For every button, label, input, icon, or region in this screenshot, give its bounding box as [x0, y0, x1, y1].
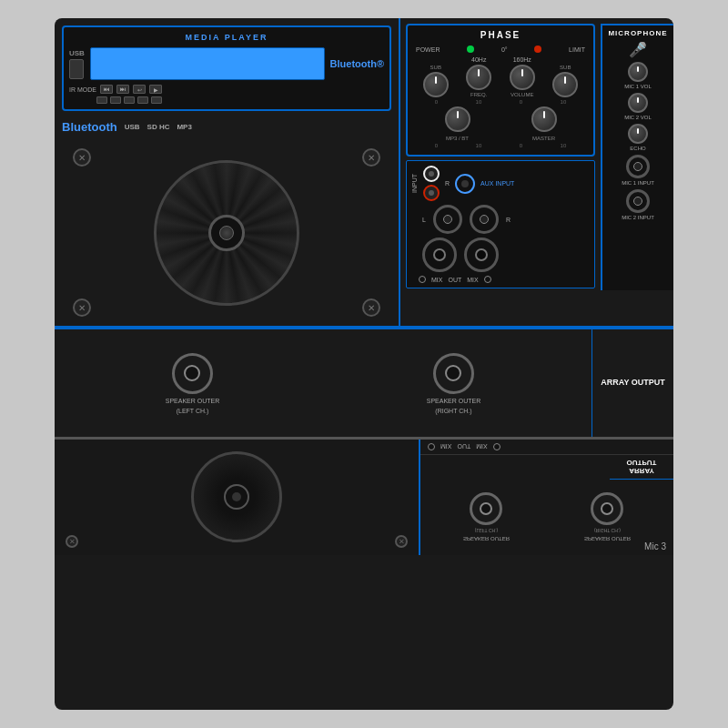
rca-r-jack[interactable] — [423, 185, 440, 201]
master-label: MASTER — [532, 136, 555, 141]
reflected-fan-center — [224, 485, 249, 511]
speaker-outer-left: SPEAKER OUTER (LEFT CH.) — [166, 353, 220, 414]
echo-knob[interactable] — [628, 124, 648, 144]
ctrl-dot-2[interactable] — [110, 96, 121, 104]
phase180-group: 40Hz FREQ. — [466, 56, 491, 97]
mic2-vol-label: MIC 2 VOL — [624, 115, 652, 120]
speaker-port-right[interactable] — [433, 353, 474, 394]
reflected-left: ✕ ✕ — [55, 440, 419, 555]
reflected-speaker-left-label: SPEAKER OUTER — [463, 537, 510, 542]
rca-l-inner — [429, 171, 434, 177]
usb-icon-label: USB — [125, 123, 140, 131]
reflected-mix-dot-r — [493, 443, 500, 450]
ctrl-dot-4[interactable] — [137, 96, 148, 104]
mic2-input-inner — [633, 197, 642, 206]
power-indicator — [467, 46, 474, 53]
pa-speaker-device: MEDIA PLAYER USB Bluetooth® IR MODE ⏮ ⏭ — [55, 18, 673, 710]
xlr-l-jack[interactable] — [422, 238, 457, 272]
screw-bl: ✕ — [73, 298, 91, 317]
l-label: L — [422, 217, 426, 223]
right-section: PHASE POWER 0° LIMIT — [400, 18, 673, 326]
mix-dot-l — [419, 276, 426, 283]
mic1-input-jack[interactable] — [626, 155, 650, 178]
aux-inner — [461, 180, 469, 187]
mic2-vol-group: MIC 2 VOL — [624, 93, 652, 120]
mp3bt-knob[interactable] — [445, 106, 470, 132]
bluetooth-label: Bluetooth® — [330, 58, 384, 69]
ctrl-dot-3[interactable] — [124, 96, 135, 104]
mic1-input-group: MIC 1 INPUT — [622, 155, 654, 186]
mic2-input-jack[interactable] — [626, 189, 650, 213]
connectivity-row: Bluetooth USB SD HC MP3 — [55, 115, 399, 139]
next-btn[interactable]: ⏭ — [116, 85, 129, 94]
scale-0-right: 0 — [520, 99, 522, 105]
speaker-port-left[interactable] — [172, 353, 213, 394]
media-player-section: MEDIA PLAYER USB Bluetooth® IR MODE ⏮ ⏭ — [62, 25, 391, 111]
mix-dot-r — [484, 276, 491, 283]
master-knob[interactable] — [531, 106, 557, 132]
scale-row-2: 0 10 0 10 — [412, 143, 589, 150]
mic2-vol-knob[interactable] — [628, 93, 648, 113]
prev-btn[interactable]: ⏮ — [100, 85, 113, 94]
ctrl-dot-5[interactable] — [151, 96, 162, 104]
mic2-input-group: MIC 2 INPUT — [622, 189, 654, 220]
reflected-speaker-right-ch: (RIGHT CH.) — [594, 529, 621, 534]
reflected-port-right[interactable] — [591, 493, 623, 526]
scale-10-mp3: 10 — [476, 143, 482, 148]
top-panel: MEDIA PLAYER USB Bluetooth® IR MODE ⏮ ⏭ — [55, 18, 673, 328]
trs-row: L R — [411, 205, 590, 234]
speaker-outer-left-label: SPEAKER OUTER — [166, 398, 220, 404]
scale-0-master: 0 — [520, 143, 522, 148]
echo-group: ECHO — [628, 124, 648, 151]
limit-indicator — [534, 46, 541, 53]
reflected-port-left-inner — [480, 503, 492, 516]
sub-label-left: SUB — [430, 65, 441, 70]
input-section: INPUT R — [406, 160, 595, 288]
out-label: OUT — [448, 277, 461, 283]
trs-r-inner — [480, 215, 489, 224]
microphone-section: MICROPHONE 🎤 MIC 1 VOL MIC 2 VOL — [601, 24, 673, 290]
reflected-port-left[interactable] — [470, 493, 502, 526]
media-player-title: MEDIA PLAYER — [69, 33, 384, 42]
reflected-fan — [191, 452, 282, 543]
usb-port[interactable] — [69, 59, 84, 79]
sub-knob-left[interactable] — [423, 72, 449, 97]
sd-icon-label: SD HC — [147, 123, 170, 131]
trs-r-jack[interactable] — [470, 205, 499, 234]
vol-knob[interactable] — [510, 65, 535, 90]
usb-label: USB — [69, 49, 85, 57]
r-label-2: R — [506, 217, 511, 223]
play-btn[interactable]: ▶ — [149, 85, 162, 94]
reflected-mix-row: MIX OUT MIX — [420, 440, 673, 455]
xlr-r-jack[interactable] — [464, 238, 499, 272]
speaker-outer-right-sub: (RIGHT CH.) — [435, 408, 471, 414]
r-label: R — [445, 180, 450, 187]
ctrl-dot-1[interactable] — [96, 96, 107, 104]
reflected-screw-tl: ✕ — [66, 535, 78, 548]
bluetooth-icon-label: Bluetooth — [62, 120, 117, 134]
freq-knob[interactable] — [466, 65, 491, 90]
sub-label-right: SUB — [560, 65, 571, 70]
mic3-label: Mic 3 — [644, 541, 666, 551]
mic1-vol-knob[interactable] — [628, 62, 648, 82]
reflected-screw-tr: ✕ — [395, 535, 408, 548]
trs-l-jack[interactable] — [433, 205, 462, 234]
cooling-fan — [154, 160, 299, 306]
reflected-array-text: ARRAY OUTPUT — [613, 459, 670, 475]
mic2-input-label: MIC 2 INPUT — [622, 215, 654, 220]
input-label: INPUT — [411, 174, 418, 193]
ir-label: IR — [69, 86, 76, 93]
reflected-mix-label-2: MIX — [476, 444, 487, 450]
reflected-content: ✕ ✕ SPEAKER OUTER (LEFT CH.) — [55, 440, 673, 555]
rca-r-inner — [429, 190, 434, 196]
mode-label: MODE — [77, 86, 96, 93]
sub-knob-right[interactable] — [552, 72, 578, 97]
repeat-btn[interactable]: ↩ — [133, 85, 146, 94]
reflected-mix-dot-l — [428, 443, 435, 450]
aux-jack[interactable] — [455, 174, 475, 194]
sub-knob-left-group: SUB — [423, 65, 449, 97]
hz40-label: 40Hz — [471, 56, 486, 63]
rca-l-jack[interactable] — [423, 166, 440, 182]
mix-label: MIX — [431, 277, 442, 283]
speaker-outer-left-sub: (LEFT CH.) — [177, 408, 209, 414]
